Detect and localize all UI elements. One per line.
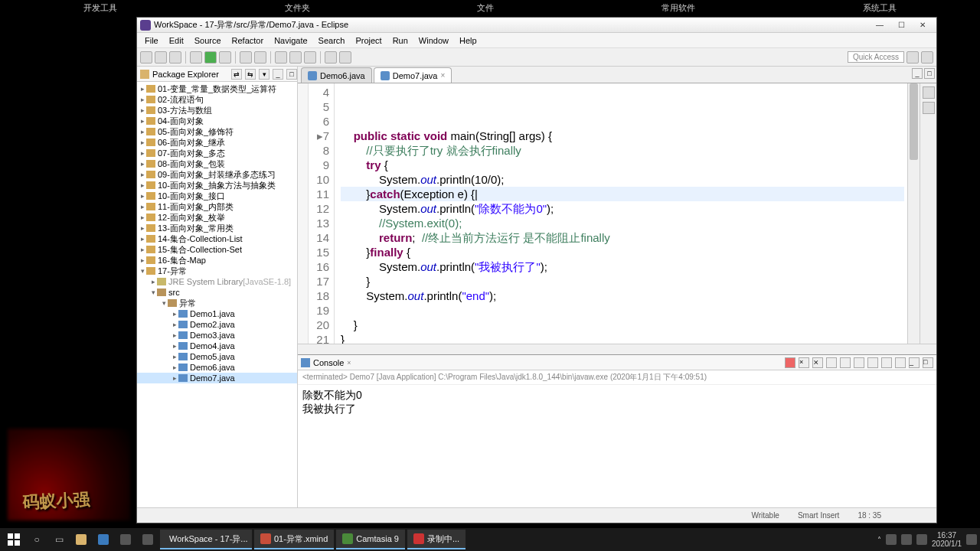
- menu-navigate[interactable]: Navigate: [270, 34, 312, 47]
- horizontal-scrollbar[interactable]: [298, 344, 936, 354]
- cortana-icon[interactable]: ○: [27, 530, 47, 549]
- src-folder[interactable]: ▾src: [137, 287, 297, 298]
- open-type-icon[interactable]: [275, 51, 287, 64]
- collapse-all-icon[interactable]: ⇄: [231, 69, 242, 80]
- save-all-icon[interactable]: [169, 51, 181, 64]
- top-menu-item-common[interactable]: 常用软件: [662, 2, 695, 14]
- taskbar-app-camtasia[interactable]: Camtasia 9: [336, 530, 405, 549]
- word-wrap-icon[interactable]: [854, 357, 864, 368]
- window-titlebar[interactable]: WorkSpace - 17-异常/src/异常/Demo7.java - Ec…: [137, 18, 936, 33]
- vertical-scrollbar[interactable]: [907, 83, 920, 344]
- menu-file[interactable]: File: [140, 34, 163, 47]
- task-view-icon[interactable]: ▭: [49, 530, 69, 549]
- taskbar-app-xmind[interactable]: 01-异常.xmind: [254, 530, 334, 549]
- project-item[interactable]: ▸12-面向对象_枚举: [137, 212, 297, 223]
- tray-network-icon[interactable]: [901, 534, 912, 545]
- java-file-item[interactable]: ▸Demo1.java: [137, 308, 297, 319]
- console-output[interactable]: 除数不能为0我被执行了: [298, 385, 936, 507]
- jre-library[interactable]: ▸JRE System Library [JavaSE-1.8]: [137, 276, 297, 287]
- package-item[interactable]: ▾异常: [137, 298, 297, 308]
- start-button[interactable]: [3, 530, 24, 549]
- project-item[interactable]: ▸10-面向对象_接口: [137, 191, 297, 201]
- project-item-open[interactable]: ▾17-异常: [137, 266, 297, 276]
- run-last-icon[interactable]: [219, 51, 231, 64]
- open-console-icon[interactable]: [895, 357, 906, 368]
- top-menu-item-dev[interactable]: 开发工具: [83, 2, 117, 14]
- project-item[interactable]: ▸05-面向对象_修饰符: [137, 126, 297, 137]
- system-tray[interactable]: ˄ 16:37 2020/1/1: [877, 531, 977, 548]
- top-menu-item-system[interactable]: 系统工具: [863, 2, 897, 14]
- tray-up-icon[interactable]: ˄: [877, 536, 881, 544]
- console-min-icon[interactable]: _: [909, 357, 920, 368]
- top-menu-item-file[interactable]: 文件: [477, 2, 494, 14]
- project-item[interactable]: ▸13-面向对象_常用类: [137, 223, 297, 233]
- taskbar-app-eclipse[interactable]: WorkSpace - 17-异...: [160, 530, 252, 549]
- tray-volume-icon[interactable]: [916, 534, 927, 545]
- app-icon-2[interactable]: [138, 530, 158, 549]
- perspective-java-icon[interactable]: [906, 51, 919, 64]
- forward-icon[interactable]: [339, 51, 351, 64]
- display-console-icon[interactable]: [881, 357, 892, 368]
- tab-demo7[interactable]: Demo7.java ×: [374, 67, 452, 83]
- console-close-icon[interactable]: ×: [347, 359, 351, 367]
- tray-clock[interactable]: 16:37 2020/1/1: [932, 531, 962, 548]
- project-item[interactable]: ▸09-面向对象_封装继承多态练习: [137, 169, 297, 180]
- project-item[interactable]: ▸01-变量_常量_数据类型_运算符: [137, 83, 297, 94]
- taskbar-app-recording[interactable]: 录制中...: [407, 530, 466, 549]
- outline-icon[interactable]: [923, 86, 935, 99]
- menu-source[interactable]: Source: [190, 34, 226, 47]
- maximize-button[interactable]: ☐: [890, 18, 912, 32]
- maximize-view-icon[interactable]: □: [286, 69, 297, 80]
- project-item[interactable]: ▸04-面向对象: [137, 116, 297, 126]
- link-editor-icon[interactable]: ⇆: [245, 69, 256, 80]
- debug-icon[interactable]: [190, 51, 202, 64]
- terminate-icon[interactable]: [785, 357, 795, 368]
- close-icon[interactable]: ×: [440, 71, 445, 80]
- project-item[interactable]: ▸06-面向对象_继承: [137, 137, 297, 148]
- menu-edit[interactable]: Edit: [165, 34, 188, 47]
- search-icon[interactable]: [289, 51, 302, 64]
- project-item[interactable]: ▸08-面向对象_包装: [137, 158, 297, 169]
- project-tree[interactable]: ▸01-变量_常量_数据类型_运算符▸02-流程语句▸03-方法与数组▸04-面…: [137, 82, 297, 507]
- scroll-lock-icon[interactable]: [840, 357, 851, 368]
- minimize-view-icon[interactable]: _: [273, 69, 283, 80]
- minimize-button[interactable]: —: [869, 18, 890, 32]
- java-file-item[interactable]: ▸Demo6.java: [137, 362, 297, 373]
- editor-minimize-icon[interactable]: _: [912, 68, 923, 79]
- toggle-mark-icon[interactable]: [304, 51, 316, 64]
- pin-console-icon[interactable]: [867, 357, 878, 368]
- new-button-icon[interactable]: [140, 51, 152, 64]
- project-item[interactable]: ▸07-面向对象_多态: [137, 148, 297, 158]
- code-editor[interactable]: 456▸78910111213141516171819202122 public…: [298, 83, 920, 344]
- menu-search[interactable]: Search: [314, 34, 350, 47]
- quick-access-input[interactable]: Quick Access: [848, 51, 904, 63]
- java-file-item[interactable]: ▸Demo5.java: [137, 351, 297, 362]
- java-file-item[interactable]: ▸Demo2.java: [137, 319, 297, 330]
- new-package-icon[interactable]: [240, 51, 252, 64]
- project-item[interactable]: ▸03-方法与数组: [137, 105, 297, 116]
- new-class-icon[interactable]: [254, 51, 266, 64]
- run-icon[interactable]: [204, 51, 217, 64]
- windows-taskbar[interactable]: ○ ▭ WorkSpace - 17-异... 01-异常.xmind Camt…: [0, 528, 980, 551]
- code-content[interactable]: public static void main(String[] args) {…: [335, 83, 907, 344]
- menu-run[interactable]: Run: [388, 34, 413, 47]
- edge-icon[interactable]: [93, 530, 113, 549]
- top-menu-item-folder[interactable]: 文件夹: [285, 2, 310, 14]
- java-file-item[interactable]: ▸Demo7.java: [137, 373, 297, 383]
- save-button-icon[interactable]: [155, 51, 167, 64]
- editor-maximize-icon[interactable]: □: [924, 68, 935, 79]
- remove-launch-icon[interactable]: ×: [799, 357, 809, 368]
- back-icon[interactable]: [325, 51, 337, 64]
- tray-notification-icon[interactable]: [966, 534, 977, 545]
- project-item[interactable]: ▸11-面向对象_内部类: [137, 201, 297, 212]
- console-max-icon[interactable]: □: [923, 357, 933, 368]
- tab-demo6[interactable]: Demo6.java: [301, 67, 372, 83]
- java-file-item[interactable]: ▸Demo3.java: [137, 330, 297, 341]
- project-item[interactable]: ▸14-集合-Collection-List: [137, 233, 297, 244]
- project-item[interactable]: ▸02-流程语句: [137, 94, 297, 105]
- perspective-debug-icon[interactable]: [921, 51, 933, 64]
- java-file-item[interactable]: ▸Demo4.java: [137, 341, 297, 351]
- project-item[interactable]: ▸15-集合-Collection-Set: [137, 244, 297, 255]
- project-item[interactable]: ▸16-集合-Map: [137, 255, 297, 266]
- tasklist-icon[interactable]: [923, 102, 935, 114]
